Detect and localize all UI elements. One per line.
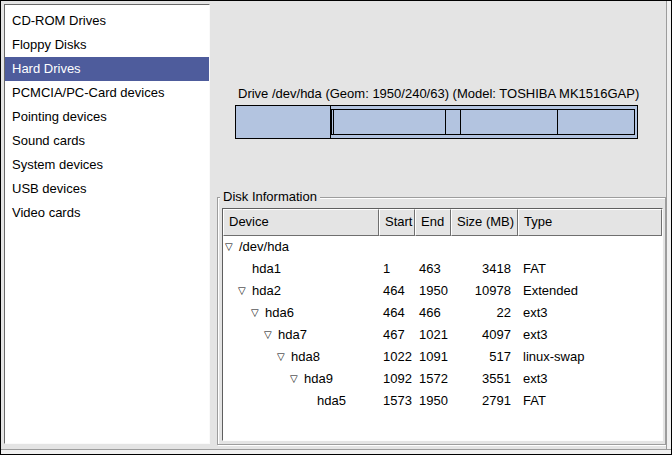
expander-icon[interactable]: ▽: [264, 324, 278, 346]
device-name: hda9: [304, 368, 333, 390]
start-cell: 467: [379, 324, 415, 346]
start-cell: 464: [379, 302, 415, 324]
size-cell: 22: [451, 302, 518, 324]
extended-partition-region-hda2: [331, 106, 637, 138]
table-row-hda7[interactable]: ▽hda746710214097ext3: [223, 324, 662, 346]
device-cell: ▽hda8: [223, 346, 379, 368]
device-cell: ▽hda7: [223, 324, 379, 346]
device-cell: ▽hda2: [223, 280, 379, 302]
table-body: ▽/dev/hdahda114633418FAT▽hda246419501097…: [223, 236, 662, 412]
sidebar-item-pointing-devices[interactable]: Pointing devices: [5, 105, 209, 129]
table-row-hda6[interactable]: ▽hda646446622ext3: [223, 302, 662, 324]
column-header-device[interactable]: Device: [223, 209, 379, 236]
partition-segment-hda8: [446, 110, 461, 134]
hardware-browser-window: CD-ROM DrivesFloppy DisksHard DrivesPCMC…: [0, 0, 672, 455]
window-edge-bevel-bottom: [1, 449, 671, 454]
end-cell: [415, 236, 451, 258]
type-cell: linux-swap: [518, 346, 662, 368]
type-cell: ext3: [518, 302, 662, 324]
device-cell: ▽hda9: [223, 368, 379, 390]
device-cell: ▽/dev/hda: [223, 236, 379, 258]
column-header-start[interactable]: Start: [379, 209, 415, 236]
type-cell: ext3: [518, 368, 662, 390]
end-cell: 1950: [415, 280, 451, 302]
disk-information-frame: Disk Information DeviceStartEndSize (MB)…: [217, 197, 666, 445]
size-cell: 10978: [451, 280, 518, 302]
column-header-type[interactable]: Type: [518, 209, 662, 236]
expander-icon[interactable]: ▽: [290, 368, 304, 390]
window-edge-bevel-right: [666, 1, 671, 454]
drive-title: Drive /dev/hda (Geom: 1950/240/63) (Mode…: [238, 86, 639, 101]
start-cell: 1573: [379, 390, 415, 412]
type-cell: FAT: [518, 258, 662, 280]
size-cell: 2791: [451, 390, 518, 412]
device-cell: ▽hda6: [223, 302, 379, 324]
table-row-hda1[interactable]: hda114633418FAT: [223, 258, 662, 280]
device-name: hda6: [265, 302, 294, 324]
sidebar-item-system-devices[interactable]: System devices: [5, 153, 209, 177]
sidebar-item-video-cards[interactable]: Video cards: [5, 201, 209, 225]
start-cell: 1092: [379, 368, 415, 390]
partition-segment-hda7: [334, 110, 446, 134]
end-cell: 1950: [415, 390, 451, 412]
device-cell: hda5: [223, 390, 379, 412]
device-category-list: CD-ROM DrivesFloppy DisksHard DrivesPCMC…: [4, 4, 210, 444]
table-row-hda9[interactable]: ▽hda9109215723551ext3: [223, 368, 662, 390]
table-row-hda2[interactable]: ▽hda2464195010978Extended: [223, 280, 662, 302]
device-name: /dev/hda: [239, 236, 289, 258]
partition-bar: [235, 105, 638, 139]
start-cell: [379, 236, 415, 258]
size-cell: 4097: [451, 324, 518, 346]
end-cell: 1091: [415, 346, 451, 368]
device-name: hda8: [291, 346, 320, 368]
size-cell: 3551: [451, 368, 518, 390]
column-header-end[interactable]: End: [415, 209, 451, 236]
disk-information-label: Disk Information: [220, 189, 320, 205]
type-cell: Extended: [518, 280, 662, 302]
sidebar-item-cd-rom-drives[interactable]: CD-ROM Drives: [5, 9, 209, 33]
extended-partition-box: [331, 109, 635, 135]
device-name: hda2: [252, 280, 281, 302]
device-cell: hda1: [223, 258, 379, 280]
partition-segment-hda5: [558, 110, 634, 134]
sidebar-item-sound-cards[interactable]: Sound cards: [5, 129, 209, 153]
table-row-hda5[interactable]: hda5157319502791FAT: [223, 390, 662, 412]
partition-segment-hda9: [461, 110, 558, 134]
expander-icon[interactable]: ▽: [225, 236, 239, 258]
start-cell: 464: [379, 280, 415, 302]
end-cell: 1572: [415, 368, 451, 390]
size-cell: 517: [451, 346, 518, 368]
table-row-hda8[interactable]: ▽hda810221091517linux-swap: [223, 346, 662, 368]
partition-segment-hda1: [236, 106, 331, 138]
sidebar-item-floppy-disks[interactable]: Floppy Disks: [5, 33, 209, 57]
type-cell: ext3: [518, 324, 662, 346]
expander-icon[interactable]: ▽: [251, 302, 265, 324]
device-name: hda7: [278, 324, 307, 346]
size-cell: [451, 236, 518, 258]
end-cell: 463: [415, 258, 451, 280]
expander-icon[interactable]: ▽: [277, 346, 291, 368]
end-cell: 466: [415, 302, 451, 324]
device-name: hda1: [252, 258, 281, 280]
start-cell: 1022: [379, 346, 415, 368]
device-name: hda5: [317, 390, 346, 412]
size-cell: 3418: [451, 258, 518, 280]
column-header-size-mb[interactable]: Size (MB): [451, 209, 518, 236]
sidebar-item-pcmcia-pc-card-devices[interactable]: PCMCIA/PC-Card devices: [5, 81, 209, 105]
disk-information-table: DeviceStartEndSize (MB)Type ▽/dev/hdahda…: [222, 208, 663, 441]
table-header-row: DeviceStartEndSize (MB)Type: [223, 209, 662, 236]
start-cell: 1: [379, 258, 415, 280]
type-cell: [518, 236, 662, 258]
expander-icon[interactable]: ▽: [238, 280, 252, 302]
sidebar-item-usb-devices[interactable]: USB devices: [5, 177, 209, 201]
table-row-dev-hda[interactable]: ▽/dev/hda: [223, 236, 662, 258]
sidebar-item-hard-drives[interactable]: Hard Drives: [5, 57, 209, 81]
end-cell: 1021: [415, 324, 451, 346]
type-cell: FAT: [518, 390, 662, 412]
